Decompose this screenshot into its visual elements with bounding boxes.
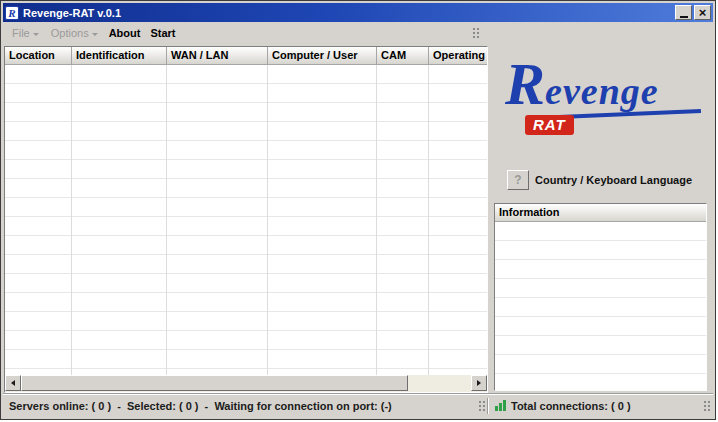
horizontal-scrollbar[interactable] [5,375,487,392]
menu-file[interactable]: File [6,25,45,41]
column-header-computer-user[interactable]: Computer / User [268,47,377,65]
close-icon: × [699,7,707,18]
connections-bars-icon [495,400,506,411]
app-icon-letter: R [8,7,15,19]
logo-letter-r: R [505,51,545,117]
resize-grip[interactable] [704,401,710,411]
chevron-down-icon [33,33,39,36]
menu-start-label: Start [150,27,175,39]
status-right-panel: Total connections: ( 0 ) [493,394,713,417]
help-button[interactable]: ? [507,170,529,190]
scroll-left-button[interactable] [5,375,21,391]
total-connections-label: Total connections: ( 0 ) [511,400,631,412]
window-title: Revenge-RAT v.0.1 [23,7,673,19]
menu-about[interactable]: About [104,25,146,41]
toolbar-grip [473,28,479,38]
column-header-identification[interactable]: Identification [72,47,167,65]
arrow-right-icon [477,380,481,386]
status-bar: Servers online: ( 0 ) - Selected: ( 0 ) … [3,393,713,417]
app-window: R Revenge-RAT v.0.1 × File Options About… [0,0,716,420]
close-button[interactable]: × [694,5,711,20]
menu-options-label: Options [51,27,89,39]
column-header-wan-lan[interactable]: WAN / LAN [167,47,268,65]
arrow-left-icon [11,380,15,386]
minimize-icon [680,16,688,18]
information-list-body [495,222,706,390]
logo-rat-badge: RAT [525,115,574,135]
chevron-down-icon [92,33,98,36]
information-list: Information [494,203,707,391]
column-header-location[interactable]: Location [5,47,72,65]
clients-table-body [5,65,487,375]
logo-letters-rest: evenge [545,70,659,112]
scrollbar-track[interactable] [21,375,471,392]
status-divider [487,398,489,414]
clients-table: Location Identification WAN / LAN Comput… [4,46,488,393]
minimize-button[interactable] [675,5,692,20]
menu-bar: File Options About Start [3,23,713,43]
column-header-cam[interactable]: CAM [377,47,429,65]
revenge-rat-logo: Revenge RAT [501,59,711,143]
information-column-header[interactable]: Information [495,204,706,222]
status-grip [479,401,485,411]
column-header-operating-system[interactable]: Operating System [429,47,487,65]
title-bar[interactable]: R Revenge-RAT v.0.1 × [3,3,713,22]
status-summary: Servers online: ( 0 ) - Selected: ( 0 ) … [3,400,475,412]
menu-file-label: File [12,27,30,39]
logo-wordmark: Revenge [505,59,659,113]
app-icon: R [5,6,19,20]
country-keyboard-label: Country / Keyboard Language [535,174,692,186]
menu-start[interactable]: Start [145,25,180,41]
menu-options[interactable]: Options [45,25,104,41]
scrollbar-thumb[interactable] [21,375,408,391]
menu-about-label: About [109,27,141,39]
clients-table-header: Location Identification WAN / LAN Comput… [5,47,487,65]
scroll-right-button[interactable] [471,375,487,391]
